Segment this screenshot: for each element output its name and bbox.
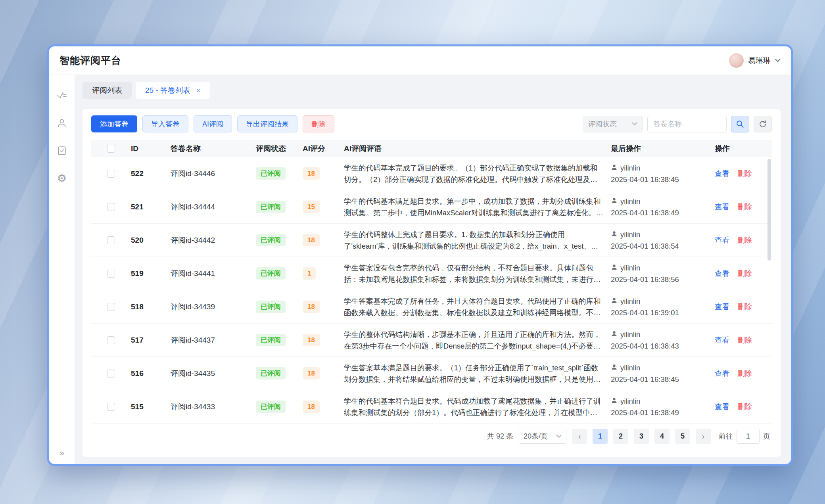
delete-link[interactable]: 删除 — [737, 402, 752, 412]
user-menu[interactable]: 易琳琳 — [729, 53, 781, 68]
window-header: 智能评阅平台 易琳琳 — [49, 46, 791, 75]
table-row: 518 评阅id-34439 已评阅 18 学生答案基本完成了所有任务，并且大体… — [91, 290, 772, 324]
row-name: 评阅id-34435 — [171, 368, 256, 379]
row-name: 评阅id-34439 — [171, 302, 256, 312]
avatar[interactable] — [729, 53, 744, 68]
desktop-wallpaper: 智能评阅平台 易琳琳 ⚙ » — [0, 0, 825, 504]
table-row: 515 评阅id-34433 已评阅 18 学生的代码基本符合题目要求。代码成功… — [91, 390, 772, 424]
delete-link[interactable]: 删除 — [737, 235, 752, 245]
page-button-5[interactable]: 5 — [675, 429, 690, 444]
ai-review-button[interactable]: AI评阅 — [194, 115, 232, 132]
search-button[interactable] — [731, 116, 749, 132]
table-row: 517 评阅id-34437 已评阅 18 学生的整体代码结构清晰，步骤基本正确… — [91, 324, 772, 357]
next-page-button[interactable]: › — [696, 429, 711, 444]
page-button-1[interactable]: 1 — [593, 429, 608, 444]
delete-link[interactable]: 删除 — [737, 335, 752, 345]
row-operator: yilinlin — [620, 162, 640, 174]
page-button-3[interactable]: 3 — [634, 429, 649, 444]
review-list-icon[interactable] — [57, 90, 67, 100]
row-checkbox[interactable] — [107, 303, 115, 311]
row-id: 517 — [131, 336, 171, 345]
table-row: 516 评阅id-34435 已评阅 18 学生答案基本满足题目的要求。（1）任… — [91, 357, 772, 390]
export-results-button[interactable]: 导出评阅结果 — [237, 115, 297, 132]
row-id: 519 — [131, 269, 171, 278]
row-name: 评阅id-34442 — [171, 235, 256, 245]
row-checkbox[interactable] — [107, 403, 115, 411]
col-score: AI评分 — [303, 144, 344, 154]
row-time: 2025-04-01 16:39:01 — [611, 307, 715, 318]
row-last-op: yilinlin 2025-04-01 16:38:49 — [611, 195, 715, 218]
refresh-button[interactable] — [754, 116, 772, 132]
page-button-2[interactable]: 2 — [613, 429, 628, 444]
select-all-checkbox[interactable] — [107, 145, 115, 153]
refresh-icon — [758, 120, 767, 128]
close-icon[interactable]: × — [196, 86, 201, 94]
add-answer-button[interactable]: 添加答卷 — [91, 115, 137, 132]
row-operator: yilinlin — [620, 362, 640, 374]
row-checkbox[interactable] — [107, 270, 115, 278]
delete-link[interactable]: 删除 — [737, 302, 752, 312]
view-link[interactable]: 查看 — [715, 169, 729, 178]
scrollbar[interactable] — [767, 159, 771, 261]
content-card: 添加答卷 导入答卷 AI评阅 导出评阅结果 删除 评阅状态 — [82, 109, 781, 457]
delete-link[interactable]: 删除 — [737, 202, 752, 212]
person-icon — [611, 295, 618, 307]
answer-table: ID 答卷名称 评阅状态 AI评分 AI评阅评语 最后操作 操作 522 评阅i — [91, 140, 772, 424]
status-badge: 已评阅 — [256, 334, 286, 346]
goto-page-input[interactable] — [737, 429, 760, 444]
delete-link[interactable]: 删除 — [737, 268, 752, 278]
row-comment: 学生答案没有包含完整的代码，仅有部分结构，不符合题目要求。具体问题包括：未加载鸢… — [344, 262, 611, 285]
score-badge: 18 — [303, 367, 320, 379]
row-id: 515 — [131, 402, 171, 411]
row-time: 2025-04-01 16:38:54 — [611, 240, 715, 252]
app-window: 智能评阅平台 易琳琳 ⚙ » — [47, 44, 793, 466]
col-status: 评阅状态 — [256, 144, 303, 154]
row-checkbox[interactable] — [107, 370, 115, 378]
row-operator: yilinlin — [620, 229, 640, 240]
sidebar-collapse-button[interactable]: » — [49, 448, 75, 458]
row-time: 2025-04-01 16:38:49 — [611, 407, 715, 418]
import-answer-button[interactable]: 导入答卷 — [142, 115, 188, 132]
row-name: 评阅id-34437 — [171, 335, 256, 345]
tab-review-list[interactable]: 评阅列表 — [82, 82, 132, 99]
delete-button[interactable]: 删除 — [303, 115, 334, 132]
table-row: 519 评阅id-34441 已评阅 1 学生答案没有包含完整的代码，仅有部分结… — [91, 257, 772, 290]
row-last-op: yilinlin 2025-04-01 16:39:01 — [611, 295, 715, 318]
prev-page-button[interactable]: ‹ — [572, 429, 587, 444]
user-icon[interactable] — [57, 118, 67, 128]
view-link[interactable]: 查看 — [715, 335, 729, 345]
status-badge: 已评阅 — [256, 167, 286, 180]
row-last-op: yilinlin 2025-04-01 16:38:45 — [611, 362, 715, 385]
page-button-4[interactable]: 4 — [654, 429, 670, 444]
col-comment: AI评阅评语 — [344, 144, 611, 154]
settings-icon[interactable]: ⚙ — [57, 173, 67, 184]
row-comment: 学生答案基本完成了所有任务，并且大体符合题目要求。代码使用了正确的库和函数来载入… — [344, 295, 611, 318]
table-row: 520 评阅id-34442 已评阅 18 学生的代码整体上完成了题目要求。1.… — [91, 224, 772, 257]
delete-link[interactable]: 删除 — [737, 368, 752, 378]
score-badge: 15 — [303, 201, 320, 213]
tab-bar: 评阅列表 25 - 答卷列表 × — [82, 82, 781, 99]
view-link[interactable]: 查看 — [715, 268, 729, 278]
person-icon — [611, 162, 618, 174]
table-header: ID 答卷名称 评阅状态 AI评分 AI评阅评语 最后操作 操作 — [91, 140, 772, 157]
row-checkbox[interactable] — [107, 336, 115, 344]
view-link[interactable]: 查看 — [715, 235, 729, 245]
row-checkbox[interactable] — [107, 203, 115, 211]
view-link[interactable]: 查看 — [715, 368, 729, 378]
search-input[interactable] — [647, 116, 727, 132]
person-icon — [611, 262, 618, 274]
row-checkbox[interactable] — [107, 170, 115, 178]
row-time: 2025-04-01 16:38:49 — [611, 207, 715, 218]
col-actions: 操作 — [715, 144, 762, 154]
view-link[interactable]: 查看 — [715, 402, 729, 412]
row-operator: yilinlin — [620, 195, 640, 207]
view-link[interactable]: 查看 — [715, 202, 729, 212]
delete-link[interactable]: 删除 — [737, 169, 752, 178]
view-link[interactable]: 查看 — [715, 302, 729, 312]
tab-answer-sheet-list[interactable]: 25 - 答卷列表 × — [136, 82, 210, 99]
row-checkbox[interactable] — [107, 236, 115, 244]
document-check-icon[interactable] — [57, 146, 67, 156]
page-size-select[interactable]: 20条/页 — [519, 429, 566, 444]
review-status-select[interactable]: 评阅状态 — [583, 116, 643, 132]
col-name: 答卷名称 — [171, 144, 256, 154]
